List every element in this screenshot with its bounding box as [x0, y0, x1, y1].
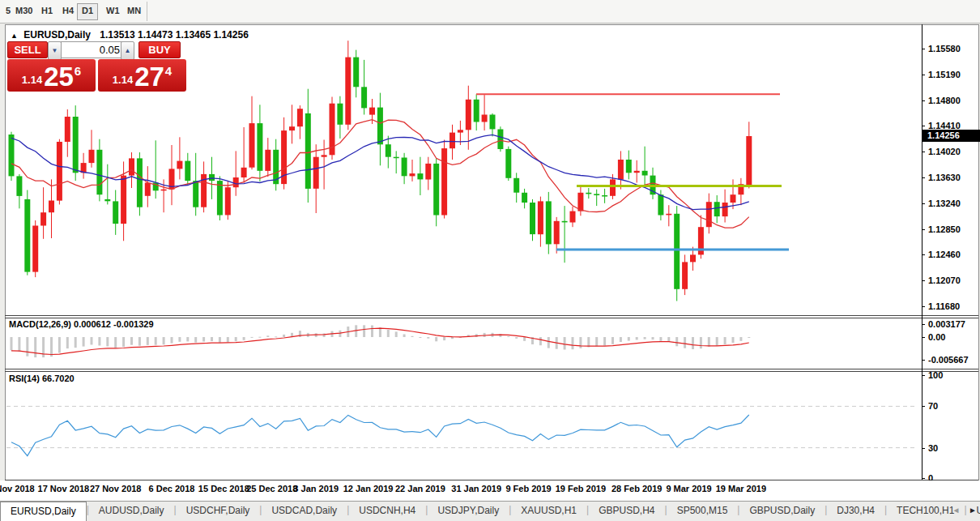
candle-body	[65, 117, 70, 142]
date-axis-label: 17 Nov 2018	[38, 484, 90, 493]
macd-histogram-bar	[194, 337, 197, 343]
chart-tab-eurusd-daily[interactable]: EURUSD,Daily	[0, 502, 87, 521]
timeframe-button-w1[interactable]: W1	[102, 3, 124, 19]
timeframe-toolbar: 5M30H1H4D1W1MN	[0, 0, 980, 23]
candle-body	[193, 181, 198, 207]
macd-histogram-bar	[211, 337, 213, 341]
pane-splitter[interactable]	[5, 369, 978, 369]
macd-histogram-bar	[708, 337, 710, 347]
volume-increase-button[interactable]: ▲	[121, 41, 134, 60]
chart-tab-gbpusd-h4[interactable]: GBPUSD,H4	[589, 502, 664, 521]
price-axis-label: 1.13630	[928, 173, 961, 183]
macd-histogram-bar	[275, 336, 277, 337]
date-axis-label: 8 Nov 2018	[0, 484, 35, 493]
candle-body	[40, 212, 46, 225]
sell-button[interactable]: SELL	[7, 41, 48, 58]
macd-histogram-bar	[675, 337, 678, 346]
price-axis-tick	[922, 306, 925, 307]
collapse-icon[interactable]: ▲	[11, 32, 18, 40]
candle-body	[417, 173, 423, 179]
rsi-axis-tick	[922, 478, 925, 479]
chart-tab-usdjpy-daily[interactable]: USDJPY,Daily	[428, 502, 509, 521]
volume-decrease-button[interactable]: ▼	[48, 41, 62, 60]
timeframe-button-h4[interactable]: H4	[58, 3, 78, 19]
macd-axis-label: 0.003177	[928, 319, 965, 330]
candle-body	[161, 190, 167, 191]
candle-body	[658, 194, 663, 215]
pane-splitter	[5, 318, 978, 318]
chart-tab-gbpusd-daily[interactable]: GBPUSD,Daily	[739, 502, 824, 521]
macd-histogram-bar	[163, 337, 165, 344]
price-axis-label: 1.14800	[928, 96, 961, 106]
candle-body	[546, 201, 552, 244]
tab-scroll-left-icon[interactable]: ◄	[952, 506, 960, 515]
candle-body	[602, 195, 607, 197]
macd-histogram-bar	[26, 337, 28, 357]
chart-tab-usdcnh-h4[interactable]: USDCNH,H4	[349, 502, 425, 521]
candle-body	[145, 183, 151, 196]
candle-body	[89, 150, 95, 163]
rsi-indicator-pane[interactable]	[0, 372, 922, 480]
price-axis-tick	[922, 254, 925, 255]
macd-histogram-bar	[572, 337, 574, 349]
price-axis-label: 1.15580	[928, 44, 961, 54]
macd-histogram-bar	[548, 337, 550, 348]
candle-body	[586, 193, 591, 194]
chart-tab-audusd-daily[interactable]: AUDUSD,Daily	[89, 502, 174, 521]
price-axis-tick	[922, 75, 925, 75]
date-axis-label: 3 Jan 2019	[293, 484, 339, 493]
price-axis-label: 1.12460	[928, 250, 961, 260]
candle-body	[96, 150, 102, 194]
macd-histogram-bar	[692, 337, 694, 349]
sell-price-big: 25	[44, 65, 74, 89]
buy-price-tile[interactable]: 1.14 27 4	[98, 59, 186, 92]
macd-histogram-bar	[435, 337, 437, 341]
macd-histogram-bar	[91, 337, 93, 345]
candle-body	[410, 173, 415, 176]
price-axis-label: 1.12070	[928, 275, 961, 286]
macd-histogram-bar	[171, 337, 173, 344]
candle-body	[458, 130, 463, 132]
buy-button[interactable]: BUY	[138, 41, 181, 58]
chart-tab-usdchf-daily[interactable]: USDCHF,Daily	[177, 502, 260, 521]
tab-scroll-right-icon[interactable]: ►	[969, 506, 977, 515]
macd-histogram-bar	[147, 337, 149, 345]
date-axis-label: 22 Jan 2019	[395, 484, 445, 493]
rsi-axis-label: 30	[928, 443, 938, 454]
macd-histogram-bar	[83, 337, 85, 347]
pane-splitter[interactable]	[5, 315, 978, 316]
candle-body	[345, 58, 351, 125]
timeframe-button-mn[interactable]: MN	[123, 3, 145, 19]
candle-body	[121, 176, 126, 224]
candle-body	[377, 108, 383, 145]
macd-histogram-bar	[138, 337, 141, 346]
macd-label: MACD(12,26,9) 0.000612 -0.001329	[9, 319, 154, 329]
rsi-axis-tick	[922, 448, 925, 449]
sell-price-small: 1.14	[22, 74, 42, 86]
macd-histogram-bar	[628, 337, 630, 341]
chart-tab-xauusd-h1[interactable]: XAUUSD,H1	[511, 502, 586, 521]
sell-price-tile[interactable]: 1.14 25 6	[7, 59, 96, 92]
chart-tab-dj30-h4[interactable]: DJ30,H4	[827, 502, 884, 521]
macd-histogram-bar	[387, 330, 390, 337]
volume-input[interactable]	[61, 41, 126, 58]
timeframe-button-d1[interactable]: D1	[77, 3, 98, 20]
macd-histogram-bar	[700, 337, 702, 348]
chart-tab-usdcad-daily[interactable]: USDCAD,Daily	[262, 502, 347, 521]
candle-body	[402, 158, 407, 177]
chart-tab-sp500-m15[interactable]: SP500,M15	[667, 502, 738, 521]
candle-body	[634, 171, 640, 173]
candle-body	[16, 176, 22, 196]
macd-axis-tick	[922, 337, 925, 338]
timeframe-button-m30[interactable]: M30	[11, 3, 36, 19]
date-axis-label: 19 Feb 2019	[556, 484, 606, 493]
timeframe-button-h1[interactable]: H1	[37, 3, 57, 19]
macd-histogram-bar	[732, 337, 735, 343]
trading-app-window: 5M30H1H4D1W1MN ▲ EURUSD,Daily 1.13513 1.…	[0, 0, 980, 521]
candle-body	[353, 58, 359, 88]
macd-histogram-bar	[724, 337, 726, 344]
candle-body	[450, 133, 455, 149]
candle-body	[522, 193, 527, 203]
macd-histogram-bar	[579, 337, 582, 348]
candle-body	[626, 160, 632, 173]
